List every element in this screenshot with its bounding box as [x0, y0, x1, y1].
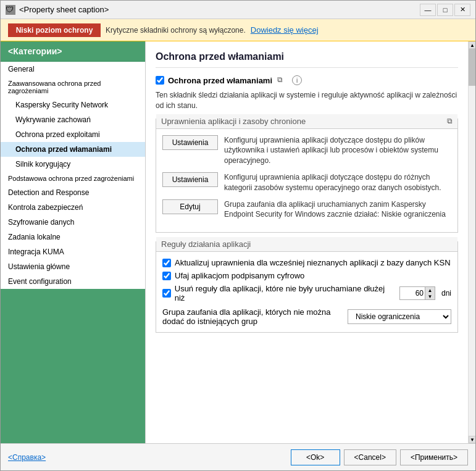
minimize-button[interactable]: — — [420, 4, 436, 16]
main-feature-checkbox[interactable] — [156, 76, 164, 85]
trust-group-select[interactable]: Niskie ograniczenia Wysoki poziom zaufan… — [348, 309, 451, 324]
footer: <Справка> <Ok> <Cancel> <Применить> — [1, 443, 475, 470]
sidebar-item-advanced[interactable]: Zaawansowana ochrona przed zagrożeniami — [1, 77, 145, 98]
sidebar-item-settings[interactable]: Ustawienia główne — [1, 259, 145, 274]
main-window: 🛡 <Property sheet caption> — □ ✕ Niski p… — [0, 0, 476, 471]
content-area: Ochrona przed włamaniami Ochrona przed w… — [146, 41, 468, 443]
scrollbar-down-arrow[interactable]: ▼ — [469, 436, 475, 443]
days-label: dni — [441, 289, 451, 298]
rules-group-title: Reguły działania aplikacji — [156, 237, 457, 252]
title-bar: 🛡 <Property sheet caption> — □ ✕ — [1, 1, 475, 19]
sidebar-item-detection[interactable]: Detection and Response — [1, 185, 145, 200]
footer-buttons: <Ok> <Cancel> <Применить> — [291, 449, 468, 465]
rule-item-1: Aktualizuj uprawnienia dla wcześniej nie… — [162, 258, 451, 267]
sidebar-item-event[interactable]: Event configuration — [1, 274, 145, 289]
permissions-edit-button[interactable]: Edytuj — [162, 199, 218, 214]
permission-text-1: Konfiguruj uprawnienia aplikacji dotyczą… — [224, 135, 451, 166]
sidebar-item-remediation[interactable]: Silnik korygujący — [1, 157, 145, 172]
permissions-settings-button-2[interactable]: Ustawienia — [162, 172, 218, 187]
alert-bar: Niski poziom ochrony Krytyczne składniki… — [1, 19, 475, 41]
spinner-up-button[interactable]: ▲ — [425, 287, 435, 293]
cancel-button[interactable]: <Cancel> — [344, 449, 396, 465]
rules-group: Reguły działania aplikacji Aktualizuj up… — [156, 241, 458, 333]
sidebar-item-basic[interactable]: Podstawowa ochrona przed zagrożeniami — [1, 172, 145, 185]
scrollbar-track — [469, 49, 475, 436]
description-text: Ten składnik śledzi działania aplikacji … — [156, 90, 458, 111]
days-input[interactable]: 60 — [400, 287, 425, 299]
permission-row-1: Ustawienia Konfiguruj uprawnienia aplika… — [162, 135, 451, 166]
maximize-button[interactable]: □ — [437, 4, 453, 16]
title-bar-left: 🛡 <Property sheet caption> — [6, 5, 109, 15]
sidebar-item-encryption[interactable]: Szyfrowanie danych — [1, 215, 145, 230]
permissions-settings-button-1[interactable]: Ustawienia — [162, 135, 218, 150]
ok-button[interactable]: <Ok> — [291, 449, 340, 465]
sidebar-item-behavior[interactable]: Wykrywanie zachowań — [1, 112, 145, 127]
scrollbar-thumb[interactable] — [469, 49, 475, 86]
rule-checkbox-3[interactable] — [162, 289, 171, 298]
app-icon: 🛡 — [6, 5, 15, 15]
apply-button[interactable]: <Применить> — [400, 449, 468, 465]
rule-checkbox-2[interactable] — [162, 272, 171, 280]
copy-icon[interactable]: ⧉ — [277, 75, 287, 85]
rule-label-3: Usuń reguły dla aplikacji, które nie był… — [175, 284, 393, 302]
sidebar-item-exploits[interactable]: Ochrona przed exploitami — [1, 127, 145, 142]
protection-level-button[interactable]: Niski poziom ochrony — [8, 23, 101, 37]
window-title: <Property sheet caption> — [19, 5, 109, 14]
main-feature-checkbox-label: Ochrona przed włamaniami — [156, 76, 272, 85]
title-bar-controls: — □ ✕ — [420, 4, 470, 16]
sidebar-header: <Категории> — [1, 41, 145, 62]
trust-group-dropdown-container: Niskie ograniczenia Wysoki poziom zaufan… — [348, 309, 451, 324]
permissions-group-content: Ustawienia Konfiguruj uprawnienia aplika… — [156, 129, 457, 233]
right-scrollbar: ▲ ▼ — [468, 41, 475, 443]
main-checkbox-text: Ochrona przed włamaniami — [168, 76, 272, 85]
sidebar-item-kuma[interactable]: Integracja KUMA — [1, 244, 145, 259]
learn-more-link[interactable]: Dowiedz się więcej — [251, 25, 319, 35]
spinner-down-button[interactable]: ▼ — [425, 293, 435, 299]
rules-group-content: Aktualizuj uprawnienia dla wcześniej nie… — [156, 252, 457, 332]
permissions-group-title: Uprawnienia aplikacji i zasoby chronione… — [156, 114, 457, 129]
sidebar: <Категории> General Zaawansowana ochrona… — [1, 41, 146, 443]
rule-item-2: Ufaj aplikacjom podpisanym cyfrowo — [162, 271, 451, 280]
sidebar-item-access[interactable]: Kontrola zabezpieczeń — [1, 200, 145, 215]
alert-message: Krytyczne składniki ochrony są wyłączone… — [106, 26, 246, 35]
section-header: Ochrona przed włamaniami ⧉ i — [156, 75, 458, 85]
permission-row-2: Ustawienia Konfiguruj uprawnienia aplika… — [162, 172, 451, 193]
rule-label-2: Ufaj aplikacjom podpisanym cyfrowo — [175, 271, 304, 280]
scrollbar-up-arrow[interactable]: ▲ — [469, 41, 475, 49]
content-title: Ochrona przed włamaniami — [156, 51, 458, 68]
main-container: <Категории> General Zaawansowana ochrona… — [1, 41, 475, 443]
rule-label-1: Aktualizuj uprawnienia dla wcześniej nie… — [175, 258, 451, 267]
sidebar-item-ksn[interactable]: Kaspersky Security Network — [1, 98, 145, 112]
help-link[interactable]: <Справка> — [8, 453, 46, 462]
permission-text-2: Konfiguruj uprawnienia aplikacji dotyczą… — [224, 172, 451, 193]
spinner-buttons: ▲ ▼ — [425, 287, 435, 299]
permissions-group: Uprawnienia aplikacji i zasoby chronione… — [156, 119, 458, 233]
permissions-copy-icon[interactable]: ⧉ — [447, 117, 453, 125]
permission-text-3: Grupa zaufania dla aplikacji uruchamiany… — [224, 199, 451, 220]
close-button[interactable]: ✕ — [454, 4, 470, 16]
footer-left: <Справка> — [8, 452, 46, 462]
sidebar-item-general[interactable]: General — [1, 62, 145, 77]
info-icon[interactable]: i — [292, 75, 302, 85]
permission-row-3: Edytuj Grupa zaufania dla aplikacji uruc… — [162, 199, 451, 220]
trust-group-row: Grupa zaufania dla aplikacji, których ni… — [162, 307, 451, 326]
rule-checkbox-1[interactable] — [162, 259, 171, 267]
trust-group-label: Grupa zaufania dla aplikacji, których ni… — [162, 307, 343, 326]
days-spinner: 60 ▲ ▼ — [399, 286, 435, 300]
sidebar-item-local[interactable]: Zadania lokalne — [1, 230, 145, 244]
rule-item-3: Usuń reguły dla aplikacji, które nie był… — [162, 284, 451, 302]
sidebar-item-intrusion[interactable]: Ochrona przed włamaniami — [1, 142, 145, 157]
